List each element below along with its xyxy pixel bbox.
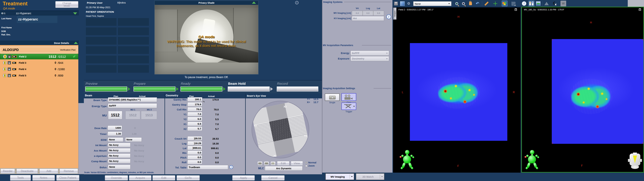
normal-radio[interactable]	[305, 162, 307, 164]
mlc-icon: M	[8, 74, 11, 77]
acquire-button[interactable]: Acquire	[129, 175, 152, 180]
deactivate-button[interactable]: Deactivate	[16, 168, 38, 174]
field-row[interactable]: 1 M Field 5 0 /899	[0, 73, 78, 78]
compare-images-icon[interactable]	[528, 1, 534, 6]
int-mount-input[interactable]: No Accy	[108, 143, 130, 147]
cine-button[interactable]	[342, 93, 356, 101]
viewport-mv180[interactable]: MV_180_0a - 5/30/2021 1:33 PM - 179.9° H…	[521, 7, 644, 172]
couch-plan-input[interactable]: 0.0	[188, 155, 202, 160]
ruler-icon[interactable]	[484, 1, 489, 6]
contour-tool-icon[interactable]	[552, 1, 558, 6]
beam-type-input[interactable]: DYNAMIC (SRS RapidArc™)	[108, 97, 157, 102]
tools-button[interactable]: Tools	[10, 175, 31, 181]
bev-view-button[interactable]: View	[291, 161, 303, 166]
geometry-plan-input[interactable]: 7.0	[188, 112, 202, 116]
zoom-in-icon[interactable]: +	[454, 1, 460, 6]
bolus-input[interactable]: None	[108, 165, 130, 169]
remove-button[interactable]: Remove	[60, 168, 78, 174]
geometry-plan-input[interactable]: 180.1	[188, 97, 202, 102]
save-icon[interactable]	[393, 1, 399, 6]
graticule-icon[interactable]	[492, 1, 498, 6]
treatment-console: Treatment QA mode Change Mode ID 1 zz-Hy…	[0, 0, 644, 181]
apply-button[interactable]: Apply	[232, 175, 255, 180]
edw-plan-input[interactable]: None	[108, 138, 123, 142]
video-title-bar[interactable]: Privacy Shade	[155, 1, 258, 5]
cancel-button[interactable]: Cancel	[261, 175, 284, 180]
send-to-window-icon[interactable]	[535, 1, 541, 6]
timer-input[interactable]: 1.30	[108, 132, 122, 136]
annotations-icon[interactable]	[502, 1, 508, 6]
couch-plan-input[interactable]: 0.0	[188, 150, 202, 155]
geometry-plan-input[interactable]: 6.5	[188, 122, 202, 126]
tol-table-info-icon[interactable]: i	[230, 165, 233, 169]
reorder-button[interactable]: Reorder	[0, 168, 15, 174]
e-aperture-input[interactable]: No Accy	[108, 154, 130, 158]
gear-icon[interactable]: ⚙	[406, 1, 412, 6]
geometry-plan-input[interactable]: 78.0	[188, 107, 202, 112]
preset-dropdown[interactable]: None	[413, 1, 452, 6]
couch-plan-input[interactable]: 0.0	[188, 160, 202, 164]
imaging-info-icon[interactable]: i	[386, 14, 391, 19]
energy-select[interactable]: 6xFFF	[350, 50, 389, 56]
bev-leaves-view-button[interactable]	[270, 162, 276, 166]
couch-plan-input[interactable]: )28.53	[188, 136, 202, 140]
geometry-actual-value: 7.0	[208, 113, 219, 116]
dose-rate-input[interactable]: 1400	[108, 126, 122, 130]
bev-aperture-view-button[interactable]	[264, 162, 269, 166]
e-aperture-label: e-Aperture	[84, 154, 107, 157]
zoom-radio[interactable]	[305, 165, 307, 167]
profile-tool-icon[interactable]: W	[560, 1, 566, 6]
info-tool-icon[interactable]: i	[521, 1, 527, 6]
goto-button[interactable]: GoTo	[176, 175, 200, 180]
notes-button[interactable]: Notes	[32, 175, 55, 181]
maximize-icon[interactable]	[639, 8, 641, 11]
mv-imaging-tab-label: MV Imaging	[326, 175, 350, 178]
tol-table-label: Tol. Table	[168, 166, 186, 169]
couch-plan-input[interactable]: )999.61	[188, 146, 202, 150]
field-row[interactable]: 1 M Field 2 1512 /1512 ✔	[0, 54, 78, 59]
mv-dose-image[interactable]	[410, 43, 507, 141]
mv-dose-image[interactable]	[552, 39, 644, 144]
tab-mv-imaging[interactable]: MV Imaging	[325, 173, 354, 180]
acc-mount-input[interactable]: No Accy	[108, 148, 130, 152]
toolbar-divider	[453, 1, 453, 6]
bev-edit-button[interactable]: Edit	[277, 161, 290, 166]
patient-banner[interactable]: ID 1 zz-Hyperarc	[0, 10, 79, 16]
mu-plan-input[interactable]: 1512	[108, 111, 122, 119]
field-row[interactable]: 1 M Field 3 0 /944	[0, 60, 78, 66]
bev-aperture-view-button[interactable]	[258, 162, 262, 166]
change-mode-button[interactable]: Change Mode	[55, 1, 78, 8]
bev-display[interactable]: X2 Y2 Y1 X1	[252, 101, 309, 158]
override-button[interactable]: Override	[105, 175, 128, 180]
add-button[interactable]: Add	[40, 168, 58, 174]
tol-table-input[interactable]: TrueBeam	[188, 165, 228, 170]
collapse-video-icon[interactable]	[252, 2, 256, 4]
geometry-plan-input[interactable]: 179.9	[188, 102, 202, 106]
zoom-out-icon[interactable]: −	[460, 1, 466, 6]
prism-icon[interactable]	[544, 1, 550, 6]
collapse-patient-icon[interactable]	[73, 12, 77, 14]
comp-mount-input[interactable]: No Accy	[108, 159, 130, 163]
couch-plan-input[interactable]: )18.29	[188, 141, 202, 146]
tab-2d-match[interactable]: 2D Match	[356, 173, 384, 180]
exposure-select[interactable]: Dosimetry	[350, 56, 389, 61]
viewport-field2[interactable]: Field 2 - 5/30/2021 1:27 PM - 180.1° H L…	[393, 7, 520, 172]
single-image-button[interactable]	[325, 94, 340, 101]
geometry-plan-input[interactable]: 6.0	[188, 117, 202, 121]
collapse-dose-icon[interactable]	[74, 42, 78, 44]
grid-overlay-icon[interactable]: 54	[511, 1, 516, 6]
geometry-plan-input[interactable]: 5.7	[188, 126, 202, 131]
info-icon[interactable]: i	[295, 1, 298, 4]
corner-marker	[552, 142, 553, 144]
blue-panel-icon[interactable]	[400, 1, 405, 6]
pan-hand-icon[interactable]	[468, 1, 473, 6]
trigger-button[interactable]	[342, 102, 356, 110]
field-row[interactable]: 1 M Field 4 0 /1080	[0, 67, 78, 72]
images-tab[interactable]: Images	[393, 8, 396, 20]
close-patient-button[interactable]: Close Patient	[56, 175, 79, 181]
maximize-icon[interactable]	[515, 8, 517, 11]
undo-icon[interactable]: ↶	[474, 1, 480, 6]
edit-button[interactable]: Edit	[152, 175, 175, 180]
dose-details-bar[interactable]: Dose Details	[0, 41, 79, 45]
mlc-mode-input[interactable]: Arc Dynamic	[265, 166, 302, 170]
